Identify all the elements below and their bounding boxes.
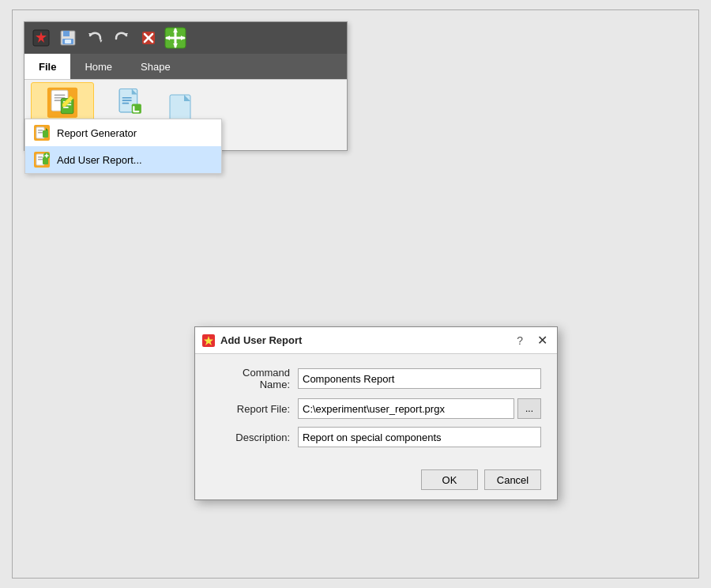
undo-icon[interactable]: ▾: [83, 26, 107, 50]
svg-rect-41: [38, 130, 43, 131]
browse-button[interactable]: ...: [517, 398, 541, 419]
report-file-label: Report File:: [211, 403, 298, 415]
tab-row: File Home Shape: [24, 54, 347, 79]
svg-rect-5: [65, 40, 71, 43]
app-icon[interactable]: [29, 26, 53, 50]
dialog-footer: OK Cancel: [195, 465, 557, 499]
svg-rect-33: [122, 100, 132, 101]
tab-shape[interactable]: Shape: [126, 54, 185, 79]
description-input[interactable]: [298, 427, 541, 447]
svg-rect-42: [38, 132, 43, 134]
command-name-input[interactable]: [298, 368, 541, 389]
ribbon-container: ▾: [24, 21, 348, 151]
report-file-input[interactable]: [298, 398, 514, 419]
command-name-label: Command Name:: [211, 367, 298, 390]
svg-rect-34: [122, 103, 130, 104]
redo-icon[interactable]: [110, 26, 134, 50]
dialog-help-button[interactable]: ?: [514, 333, 526, 349]
dialog-titlebar: Add User Report ? ✕: [195, 327, 557, 354]
svg-rect-3: [63, 31, 70, 36]
svg-text:▾: ▾: [100, 38, 103, 43]
ok-button[interactable]: OK: [421, 469, 478, 490]
svg-rect-47: [38, 156, 43, 158]
move-icon[interactable]: [164, 26, 187, 50]
description-row: Description:: [211, 427, 541, 447]
delete-icon[interactable]: [137, 26, 160, 50]
dialog-icon: [201, 334, 216, 348]
command-name-row: Command Name:: [211, 367, 541, 390]
report-file-row: Report File: ...: [211, 398, 541, 419]
svg-rect-40: [43, 130, 48, 138]
toolbar-row: ▾: [24, 22, 347, 54]
dropdown-menu: Report Generator Add User Report...: [24, 119, 222, 174]
svg-rect-23: [55, 100, 62, 101]
menu-item-add-user-report-label: Add User Report...: [57, 154, 142, 166]
svg-rect-32: [122, 97, 132, 99]
dialog-title-right: ? ✕: [514, 331, 551, 349]
add-user-report-dialog: Add User Report ? ✕ Command Name: Report…: [194, 326, 558, 500]
dialog-body: Command Name: Report File: ... Descripti…: [195, 354, 557, 465]
dialog-close-button[interactable]: ✕: [534, 331, 551, 349]
cancel-button[interactable]: Cancel: [484, 469, 541, 490]
svg-rect-21: [55, 94, 66, 96]
save-icon[interactable]: [56, 26, 80, 50]
menu-item-report-generator-label: Report Generator: [57, 127, 137, 139]
dialog-title-text: Add User Report: [220, 334, 302, 346]
dialog-title-left: Add User Report: [201, 334, 302, 348]
menu-item-report-generator[interactable]: Report Generator: [25, 119, 221, 146]
menu-item-add-user-report[interactable]: Add User Report...: [25, 146, 221, 173]
svg-rect-27: [63, 107, 69, 108]
svg-rect-48: [38, 159, 43, 160]
description-label: Description:: [211, 432, 298, 443]
tab-file[interactable]: File: [24, 54, 70, 79]
tab-home[interactable]: Home: [70, 54, 126, 79]
